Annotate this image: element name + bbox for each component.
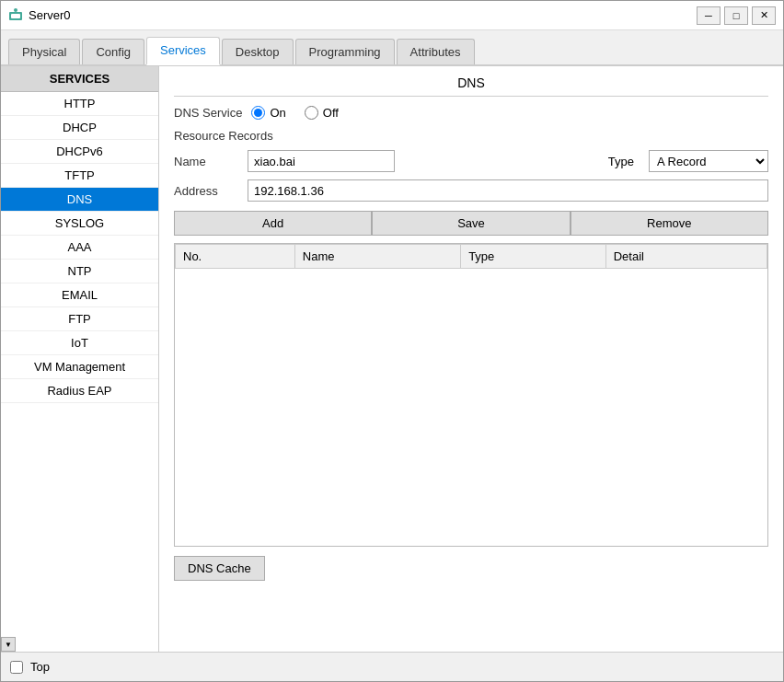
sidebar-item-email[interactable]: EMAIL (1, 283, 158, 307)
sidebar-item-dhcpv6[interactable]: DHCPv6 (1, 140, 158, 164)
tab-bar: PhysicalConfigServicesDesktopProgramming… (1, 30, 783, 66)
dns-on-radio-label[interactable]: On (251, 106, 285, 120)
sidebar-item-dns[interactable]: DNS (1, 188, 158, 212)
dns-service-row: DNS Service On Off (174, 106, 768, 120)
name-input[interactable] (248, 150, 395, 172)
col-type: Type (461, 245, 606, 269)
title-bar: Server0 ─ □ ✕ (1, 1, 783, 30)
window: Server0 ─ □ ✕ PhysicalConfigServicesDesk… (0, 0, 784, 682)
sidebar-item-vm-management[interactable]: VM Management (1, 355, 158, 379)
title-bar-left: Server0 (8, 8, 71, 23)
main-content: SERVICES HTTPDHCPDHCPv6TFTPDNSSYSLOGAAAN… (1, 66, 783, 652)
tab-services[interactable]: Services (146, 37, 220, 65)
name-type-row: Name Type A RecordAAAA RecordCNAMENSMXSO… (174, 150, 768, 172)
dns-records-table: No. Name Type Detail (175, 244, 767, 269)
svg-rect-1 (11, 14, 20, 18)
content-area: DNS DNS Service On Off Resource Records (159, 66, 783, 652)
sidebar-item-http[interactable]: HTTP (1, 92, 158, 116)
address-label: Address (174, 184, 238, 198)
dns-off-radio-label[interactable]: Off (305, 106, 339, 120)
tab-config[interactable]: Config (82, 39, 144, 64)
add-button[interactable]: Add (174, 211, 372, 236)
dns-on-radio[interactable] (251, 106, 265, 120)
resource-records-label: Resource Records (174, 129, 768, 143)
title-controls: ─ □ ✕ (697, 6, 776, 25)
tab-attributes[interactable]: Attributes (397, 39, 475, 64)
dns-off-label: Off (323, 106, 339, 120)
address-row: Address (174, 179, 768, 202)
sidebar-item-ftp[interactable]: FTP (1, 307, 158, 331)
dns-service-radio-group: On Off (251, 106, 338, 120)
top-label[interactable]: Top (30, 660, 50, 674)
type-select[interactable]: A RecordAAAA RecordCNAMENSMXSOA (649, 150, 768, 172)
name-label: Name (174, 155, 238, 168)
dns-on-label: On (270, 106, 285, 120)
sidebar-scroll[interactable]: HTTPDHCPDHCPv6TFTPDNSSYSLOGAAANTPEMAILFT… (1, 92, 158, 637)
col-no: No. (176, 245, 295, 269)
tab-physical[interactable]: Physical (8, 39, 80, 64)
dns-title: DNS (174, 75, 768, 97)
action-buttons-row: Add Save Remove (174, 211, 768, 236)
type-label: Type (608, 155, 634, 168)
minimize-button[interactable]: ─ (697, 6, 721, 25)
close-button[interactable]: ✕ (752, 6, 776, 25)
dns-off-radio[interactable] (305, 106, 318, 120)
sidebar-item-tftp[interactable]: TFTP (1, 164, 158, 188)
top-checkbox[interactable] (10, 661, 23, 674)
dns-records-table-container: No. Name Type Detail (174, 243, 768, 547)
footer-bar: Top (1, 652, 783, 681)
app-icon (8, 8, 23, 23)
svg-point-2 (14, 8, 17, 12)
sidebar: SERVICES HTTPDHCPDHCPv6TFTPDNSSYSLOGAAAN… (1, 66, 159, 652)
maximize-button[interactable]: □ (724, 6, 748, 25)
dns-service-label: DNS Service (174, 106, 242, 120)
sidebar-header: SERVICES (1, 66, 158, 92)
sidebar-wrapper: SERVICES HTTPDHCPDHCPv6TFTPDNSSYSLOGAAAN… (1, 66, 159, 652)
sidebar-item-radius-eap[interactable]: Radius EAP (1, 379, 158, 403)
address-input[interactable] (248, 179, 768, 202)
remove-button[interactable]: Remove (571, 211, 768, 236)
sidebar-item-ntp[interactable]: NTP (1, 260, 158, 283)
col-detail: Detail (605, 245, 767, 269)
window-title: Server0 (29, 8, 71, 22)
sidebar-item-aaa[interactable]: AAA (1, 236, 158, 260)
tab-desktop[interactable]: Desktop (222, 39, 294, 64)
save-button[interactable]: Save (372, 211, 570, 236)
sidebar-item-iot[interactable]: IoT (1, 331, 158, 355)
dns-cache-button[interactable]: DNS Cache (174, 556, 265, 581)
sidebar-item-dhcp[interactable]: DHCP (1, 116, 158, 140)
sidebar-scroll-down[interactable]: ▼ (1, 637, 16, 652)
col-name: Name (294, 245, 460, 269)
tab-programming[interactable]: Programming (295, 39, 395, 64)
sidebar-item-syslog[interactable]: SYSLOG (1, 212, 158, 236)
